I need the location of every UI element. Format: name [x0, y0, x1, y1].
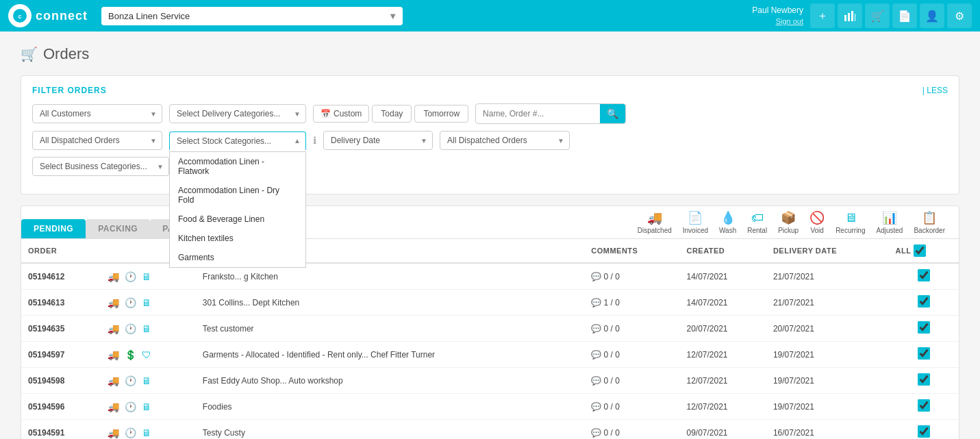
page-cart-icon: 🛒 [21, 46, 38, 62]
row-icon-clock[interactable]: 🕐 [125, 375, 136, 386]
dispatched2-select[interactable]: All Dispatched Orders [440, 131, 570, 150]
row-checkbox-cell [888, 342, 959, 368]
row-icon-clock[interactable]: 🕐 [125, 323, 136, 334]
main-content: 🛒 Orders FILTER ORDERS | LESS All Custom… [0, 32, 980, 439]
row-checkbox[interactable] [918, 295, 930, 308]
row-checkbox[interactable] [918, 321, 930, 334]
rental-label: Rental [747, 227, 767, 234]
sign-out-link[interactable]: Sign out [752, 16, 803, 27]
row-checkbox[interactable] [918, 373, 930, 386]
row-icon-clock[interactable]: 🕐 [125, 297, 136, 308]
pickup-action[interactable]: 📦 Pickup [778, 210, 799, 234]
business-categories-select[interactable]: Select Business Categories... [32, 157, 169, 176]
recurring-icon: 🖥 [844, 211, 857, 225]
adjusted-icon: 📊 [882, 210, 897, 225]
invoiced-label: Invoiced [683, 227, 708, 234]
page-title: Orders [43, 45, 89, 63]
custom-date-button[interactable]: 📅 Custom [313, 105, 369, 123]
created-date: 09/07/2021 [679, 420, 766, 440]
row-icon-truck[interactable]: 🚚 [108, 349, 119, 360]
adjusted-action[interactable]: 📊 Adjusted [877, 210, 903, 234]
row-icon-truck[interactable]: 🚚 [108, 427, 119, 438]
document-icon-button[interactable]: 📄 [892, 3, 917, 28]
row-icon-monitor[interactable]: 🖥 [142, 271, 151, 282]
invoiced-action[interactable]: 📄 Invoiced [683, 210, 708, 234]
row-checkbox-cell [888, 394, 959, 420]
customer-name: Test customer [196, 316, 584, 342]
order-number[interactable]: 05194613 [21, 290, 101, 316]
backorder-action[interactable]: 📋 Backorder [914, 210, 945, 234]
order-number[interactable]: 05194591 [21, 420, 101, 440]
filter-less-button[interactable]: | LESS [922, 86, 948, 95]
date-type-select-wrapper[interactable]: Delivery Date Order Date Created Date ▼ [323, 131, 433, 150]
order-number[interactable]: 05194596 [21, 394, 101, 420]
rental-action[interactable]: 🏷 Rental [747, 211, 767, 234]
tab-packing[interactable]: PACKING [86, 219, 150, 238]
row-icon-monitor[interactable]: 🖥 [142, 375, 151, 386]
void-icon: 🚫 [809, 210, 825, 225]
row-checkbox[interactable] [918, 269, 930, 281]
recurring-action[interactable]: 🖥 Recurring [835, 211, 865, 234]
wash-label: Wash [719, 227, 736, 234]
customers-select-wrapper[interactable]: All Customers ▼ [32, 104, 162, 123]
dropdown-item-garments[interactable]: Garments [170, 248, 305, 267]
row-icon-monitor[interactable]: 🖥 [142, 427, 151, 438]
user-info: Paul Newbery Sign out [752, 5, 803, 27]
dropdown-item-food-beverage[interactable]: Food & Beverage Linen [170, 210, 305, 229]
search-input[interactable] [476, 105, 600, 123]
comment-value: 💬 0 / 0 [584, 263, 679, 290]
row-icon-monitor[interactable]: 🖥 [142, 401, 151, 412]
row-icon-monitor[interactable]: 🖥 [142, 297, 151, 308]
add-icon-button[interactable]: ＋ [810, 3, 835, 28]
row-icon-truck[interactable]: 🚚 [108, 401, 119, 412]
dropdown-item-kitchen-textiles[interactable]: Kitchen textiles [170, 229, 305, 248]
row-icon-clock[interactable]: 🕐 [125, 427, 136, 438]
gear-icon-button[interactable]: ⚙ [947, 3, 972, 28]
order-number[interactable]: 05194612 [21, 263, 101, 290]
company-select[interactable]: Bonza Linen Service [101, 7, 403, 25]
delivery-categories-select[interactable]: Select Delivery Categories... [169, 104, 306, 123]
search-button[interactable]: 🔍 [600, 104, 625, 123]
row-checkbox[interactable] [918, 399, 930, 412]
customer-name: Testy Custy [196, 420, 584, 440]
user-name: Paul Newbery [752, 5, 803, 16]
page-title-row: 🛒 Orders [21, 45, 959, 63]
stock-categories-dropdown-wrapper[interactable]: Select Stock Categories... ▲ Accommodati… [169, 131, 306, 150]
void-action[interactable]: 🚫 Void [809, 210, 825, 234]
date-type-select[interactable]: Delivery Date Order Date Created Date [323, 131, 433, 150]
tab-pending[interactable]: PENDING [21, 219, 86, 238]
row-icon-shield[interactable]: 🛡 [142, 349, 151, 360]
today-button[interactable]: Today [372, 105, 412, 123]
order-number[interactable]: 05194635 [21, 316, 101, 342]
user-icon-button[interactable]: 👤 [920, 3, 944, 28]
table-row: 05194597 🚚 💲 🛡 Garments - Allocated - Id… [21, 342, 959, 368]
customers-select[interactable]: All Customers [32, 104, 162, 123]
row-icon-clock[interactable]: 🕐 [125, 401, 136, 412]
row-icon-truck[interactable]: 🚚 [108, 297, 119, 308]
delivery-categories-select-wrapper[interactable]: Select Delivery Categories... ▼ [169, 104, 306, 123]
company-selector[interactable]: Bonza Linen Service ▼ [101, 7, 403, 25]
dropdown-item-accommodation-dryfold[interactable]: Accommodation Linen - Dry Fold [170, 181, 305, 210]
row-icon-dollar[interactable]: 💲 [125, 349, 136, 360]
order-number[interactable]: 05194597 [21, 342, 101, 368]
dropdown-item-accommodation-flatwork[interactable]: Accommodation Linen - Flatwork [170, 152, 305, 181]
row-icon-truck[interactable]: 🚚 [108, 271, 119, 282]
order-number[interactable]: 05194598 [21, 368, 101, 394]
dispatched-action[interactable]: 🚚 Dispatched [638, 210, 672, 234]
row-icon-truck[interactable]: 🚚 [108, 375, 119, 386]
dispatched2-select-wrapper[interactable]: All Dispatched Orders ▼ [440, 131, 570, 150]
tomorrow-button[interactable]: Tomorrow [414, 105, 468, 123]
chart-icon-button[interactable] [838, 3, 862, 28]
dispatched-select-wrapper[interactable]: All Dispatched Orders ▼ [32, 131, 162, 150]
row-checkbox[interactable] [918, 425, 930, 438]
dispatched-select[interactable]: All Dispatched Orders [32, 131, 162, 150]
cart-icon-button[interactable]: 🛒 [865, 3, 890, 28]
stock-categories-select[interactable]: Select Stock Categories... [169, 131, 306, 150]
row-checkbox[interactable] [918, 347, 930, 360]
business-categories-select-wrapper[interactable]: Select Business Categories... ▼ [32, 157, 169, 176]
row-icon-truck[interactable]: 🚚 [108, 323, 119, 334]
row-icon-clock[interactable]: 🕐 [125, 271, 136, 282]
wash-action[interactable]: 💧 Wash [719, 210, 736, 234]
row-icon-monitor[interactable]: 🖥 [142, 323, 151, 334]
select-all-checkbox[interactable] [914, 244, 926, 257]
